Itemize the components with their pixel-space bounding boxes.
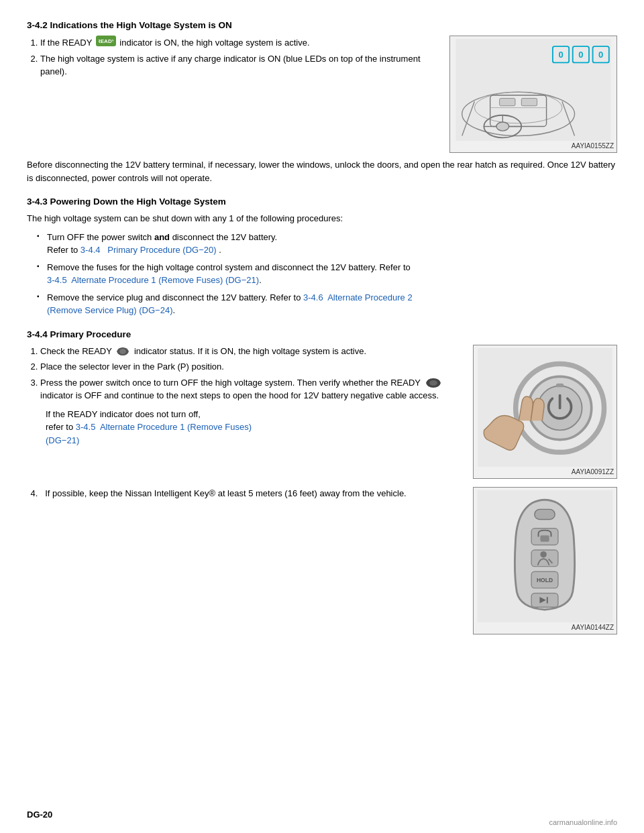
section-343-heading: 3-4.3 Powering Down the High Voltage Sys… (27, 197, 617, 207)
ready-icon: READY (96, 36, 116, 46)
svg-text:0: 0 (578, 50, 583, 60)
list-item: Place the selector lever in the Park (P)… (40, 360, 462, 374)
image-caption-3: AAYIA0144ZZ (476, 624, 614, 631)
list-item: Remove the service plug and disconnect t… (40, 291, 617, 317)
svg-point-32 (540, 551, 546, 557)
sub-heading: If the READY indicator does not turn off… (46, 408, 462, 447)
section-342-heading: 3-4.2 Indications the High Voltage Syste… (27, 20, 617, 30)
svg-rect-2 (455, 39, 610, 141)
svg-text:0: 0 (598, 50, 603, 60)
link-346[interactable]: 3-4.6 Alternate Procedure 2 (Remove Serv… (47, 292, 413, 316)
section-342-content: If the READY READY indicator is ON, the … (27, 36, 617, 153)
list-item: Remove the fuses for the high voltage co… (40, 261, 617, 287)
step3-sub: If the READY indicator does not turn off… (46, 408, 462, 447)
list-item: The high voltage system is active if any… (40, 52, 439, 78)
svg-text:READY: READY (99, 38, 113, 44)
svg-rect-28 (535, 509, 555, 519)
ready-svg-small (115, 347, 130, 356)
section-342-text: If the READY READY indicator is ON, the … (27, 36, 439, 153)
step4-text: If possible, keep the Nissan Intelligent… (27, 487, 462, 634)
section-343-list: Turn OFF the power switch and disconnect… (40, 231, 617, 317)
svg-text:HOLD: HOLD (537, 577, 553, 584)
watermark: carmanualonline.info (549, 818, 617, 826)
svg-rect-15 (500, 99, 515, 106)
ready-svg: READY (99, 36, 113, 46)
section-344-image2-container: AAYIA0091ZZ (473, 345, 617, 479)
list-item: If the READY READY indicator is ON, the … (40, 36, 439, 50)
section-343-intro: The high voltage system can be shut down… (27, 212, 617, 225)
section-344-image3-container: HOLD AAYIA0144ZZ (473, 487, 617, 634)
svg-rect-16 (521, 99, 537, 106)
list-item: If possible, keep the Nissan Intelligent… (40, 487, 462, 500)
link-344[interactable]: 3-4.4 Primary Procedure (DG−20) (80, 245, 217, 255)
list-item: Press the power switch once to turn OFF … (40, 376, 462, 447)
list-item: Check the READY indicator status. If it … (40, 345, 462, 358)
section-342: 3-4.2 Indications the High Voltage Syste… (27, 20, 617, 184)
instrument-panel-image-box: 0 0 0 (449, 36, 617, 153)
link-345-sub[interactable]: 3-4.5 Alternate Procedure 1 (Remove Fuse… (46, 422, 252, 445)
section-344-step4: If possible, keep the Nissan Intelligent… (27, 487, 617, 634)
section-342-para: Before disconnecting the 12V battery ter… (27, 158, 617, 184)
ready-power-svg (424, 378, 443, 388)
section-344-steps: Check the READY indicator status. If it … (27, 345, 462, 479)
link-345[interactable]: 3-4.5 Alternate Procedure 1 (Remove Fuse… (47, 275, 259, 285)
instrument-panel-svg: 0 0 0 (450, 39, 616, 141)
section-343: 3-4.3 Powering Down the High Voltage Sys… (27, 197, 617, 317)
keyfob-svg: HOLD (474, 490, 616, 622)
keyfob-image-box: HOLD AAYIA0144ZZ (473, 487, 617, 634)
power-switch-image-box: AAYIA0091ZZ (473, 345, 617, 479)
section-344: 3-4.4 Primary Procedure Check the READY … (27, 329, 617, 634)
svg-rect-30 (540, 535, 549, 541)
ready-icon-power (423, 378, 444, 388)
svg-text:0: 0 (558, 50, 563, 60)
section-344-content: Check the READY indicator status. If it … (27, 345, 617, 479)
bold-and: and (154, 232, 170, 242)
image-caption-2: AAYIA0091ZZ (476, 468, 614, 476)
section-344-heading: 3-4.4 Primary Procedure (27, 329, 617, 339)
image-caption-1: AAYIA0155ZZ (453, 142, 614, 150)
svg-rect-26 (556, 383, 564, 387)
list-item: Turn OFF the power switch and disconnect… (40, 231, 617, 257)
page-number: DG-20 (27, 810, 52, 820)
power-switch-svg (474, 348, 616, 467)
svg-point-18 (496, 122, 509, 131)
section-342-image-container: 0 0 0 (449, 36, 617, 153)
ready-icon-small (114, 346, 134, 356)
